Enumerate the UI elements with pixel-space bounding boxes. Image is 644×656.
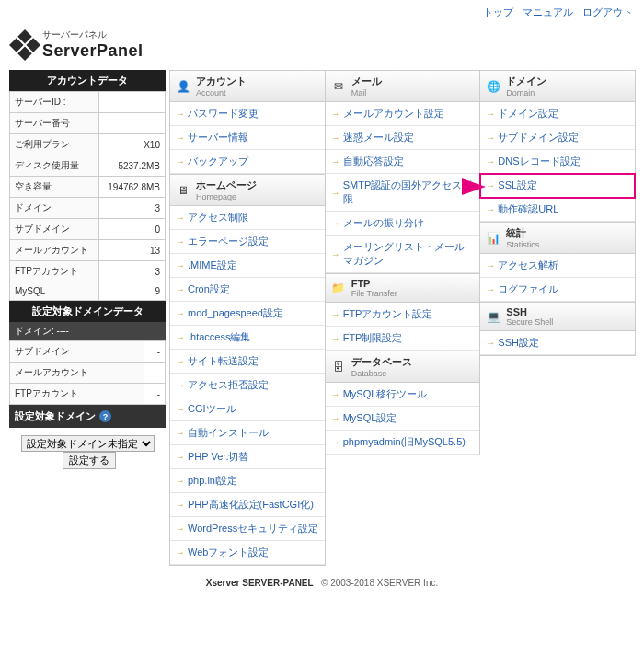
arrow-icon: → (486, 284, 495, 294)
menu-item[interactable]: →SMTP認証の国外アクセス制限 (326, 174, 480, 212)
top-link[interactable]: マニュアル (523, 6, 573, 17)
help-icon[interactable]: ? (99, 410, 111, 422)
target-domain-select[interactable]: 設定対象ドメイン未指定 (21, 435, 155, 452)
menu-item[interactable]: →サブドメイン設定 (480, 126, 635, 150)
menu-item[interactable]: →自動インストール (170, 421, 325, 445)
top-link[interactable]: ログアウト (582, 6, 633, 17)
menu-item[interactable]: →MySQL設定 (326, 407, 480, 431)
arrow-icon: → (176, 524, 185, 534)
menu-item[interactable]: →自動応答設定 (326, 150, 480, 174)
menu-item[interactable]: →CGIツール (170, 397, 325, 421)
file transfer-icon: 📁 (331, 281, 346, 295)
menu-item[interactable]: →メーリングリスト・メールマガジン (326, 236, 480, 273)
section-database: 🗄データベースDatabase→MySQL移行ツール→MySQL設定→phpmy… (325, 351, 481, 455)
arrow-icon: → (331, 156, 340, 167)
section-account: 👤アカウントAccount→パスワード変更→サーバー情報→バックアップ (169, 70, 326, 175)
top-link[interactable]: トップ (483, 6, 513, 17)
arrow-icon: → (331, 218, 340, 228)
stat-label: ご利用プラン (10, 134, 99, 155)
section-header: 👤アカウントAccount (170, 71, 325, 102)
section-header: 🗄データベースDatabase (326, 351, 480, 383)
domain-data-table: サブドメイン-メールアカウント-FTPアカウント- (9, 340, 166, 405)
menu-item[interactable]: →.MIME設定 (170, 254, 325, 278)
mail-icon: ✉ (331, 79, 346, 94)
menu-item[interactable]: →ドメイン設定 (480, 102, 635, 126)
arrow-icon: → (176, 332, 185, 342)
menu-item[interactable]: →FTPアカウント設定 (326, 303, 480, 327)
arrow-icon: → (176, 260, 185, 270)
stat-value: - (144, 363, 165, 384)
footer: Xserver SERVER-PANEL © 2003-2018 XSERVER… (0, 565, 644, 601)
menu-item[interactable]: →MySQL移行ツール (326, 383, 480, 407)
logo-jp: サーバーパネル (42, 29, 144, 41)
top-links: トップマニュアルログアウト (0, 0, 644, 25)
menu-item[interactable]: →php.ini設定 (170, 469, 325, 493)
arrow-icon: → (486, 156, 495, 167)
domain-current: ドメイン: ---- (9, 322, 166, 340)
arrow-icon: → (331, 109, 340, 119)
section-domain: 🌐ドメインDomain→ドメイン設定→サブドメイン設定→DNSレコード設定→SS… (479, 70, 636, 223)
set-button[interactable]: 設定する (63, 452, 116, 469)
arrow-icon: → (176, 428, 185, 438)
arrow-icon: → (176, 452, 185, 462)
menu-item[interactable]: →Cron設定 (170, 278, 325, 302)
statistics-icon: 📊 (486, 231, 500, 246)
stat-label: サブドメイン (10, 219, 99, 240)
menu-item[interactable]: →DNSレコード設定 (480, 150, 635, 174)
arrow-icon: → (176, 547, 185, 558)
arrow-icon: → (486, 132, 495, 143)
arrow-icon: → (176, 500, 185, 510)
section-mail: ✉メールMail→メールアカウント設定→迷惑メール設定→自動応答設定→SMTP認… (325, 70, 481, 274)
menu-item[interactable]: →エラーページ設定 (170, 230, 325, 254)
menu-item[interactable]: →バックアップ (170, 150, 325, 174)
arrow-icon: → (331, 132, 340, 143)
arrow-icon: → (176, 156, 185, 167)
menu-item[interactable]: →SSL設定 (480, 174, 635, 198)
stat-value: - (144, 341, 165, 363)
menu-item[interactable]: →PHP高速化設定(FastCGI化) (170, 493, 325, 517)
menu-item[interactable]: →phpmyadmin(旧MySQL5.5) (326, 431, 480, 455)
stat-value: 3 (98, 261, 165, 282)
arrow-icon: → (176, 132, 185, 143)
section-file-transfer: 📁FTPFile Transfer→FTPアカウント設定→FTP制限設定 (325, 273, 481, 351)
stat-value (98, 92, 165, 113)
menu-item[interactable]: →サーバー情報 (170, 126, 325, 150)
menu-item[interactable]: →Webフォント設定 (170, 541, 325, 565)
menu-item[interactable]: →SSH設定 (480, 331, 635, 355)
arrow-icon: → (176, 213, 185, 223)
menu-item[interactable]: →.htaccess編集 (170, 326, 325, 350)
section-header: 🖥ホームページHomepage (170, 175, 325, 206)
homepage-icon: 🖥 (176, 183, 190, 198)
menu-item[interactable]: →アクセス制限 (170, 206, 325, 230)
stat-value: 13 (98, 240, 165, 261)
arrow-icon: → (331, 413, 340, 423)
menu-item[interactable]: →PHP Ver.切替 (170, 445, 325, 469)
stat-label: サーバーID : (10, 92, 99, 113)
stat-value: - (144, 384, 165, 405)
arrow-icon: → (176, 404, 185, 414)
menu-item[interactable]: →パスワード変更 (170, 102, 325, 126)
stat-label: FTPアカウント (10, 384, 144, 405)
stat-value: 5237.2MB (98, 155, 165, 177)
menu-item[interactable]: →FTP制限設定 (326, 327, 480, 351)
section-secure-shell: 💻SSHSecure Shell→SSH設定 (479, 302, 636, 356)
account-icon: 👤 (176, 79, 190, 94)
menu-item[interactable]: →迷惑メール設定 (326, 126, 480, 150)
menu-item[interactable]: →メールの振り分け (326, 212, 480, 236)
menu-item[interactable]: →WordPressセキュリティ設定 (170, 517, 325, 541)
menu-item[interactable]: →メールアカウント設定 (326, 102, 480, 126)
stat-label: メールアカウント (10, 240, 99, 261)
stat-value: X10 (98, 134, 165, 155)
domain-icon: 🌐 (486, 79, 500, 94)
menu-item[interactable]: →サイト転送設定 (170, 350, 325, 374)
target-domain-button[interactable]: 設定対象ドメイン ? (9, 405, 166, 428)
menu-item[interactable]: →動作確認URL (480, 198, 635, 222)
arrow-icon: → (331, 437, 340, 447)
menu-item[interactable]: →アクセス解析 (480, 254, 635, 278)
arrow-icon: → (331, 249, 340, 259)
arrow-icon: → (176, 356, 185, 366)
stat-value: 194762.8MB (98, 177, 165, 198)
menu-item[interactable]: →ログファイル (480, 278, 635, 302)
menu-item[interactable]: →アクセス拒否設定 (170, 374, 325, 397)
menu-item[interactable]: →mod_pagespeed設定 (170, 302, 325, 326)
